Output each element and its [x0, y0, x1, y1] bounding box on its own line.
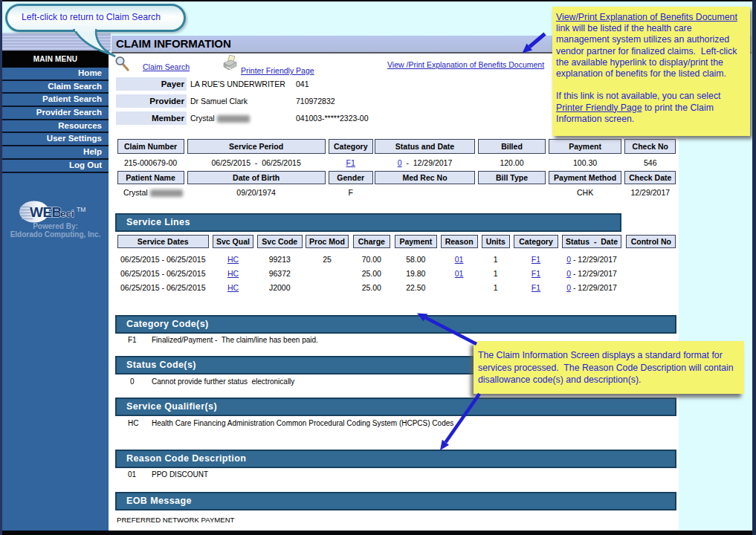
svg-text:TM: TM	[77, 206, 85, 213]
svg-text:eci: eci	[60, 208, 74, 219]
svg-text:WEB: WEB	[30, 204, 62, 220]
